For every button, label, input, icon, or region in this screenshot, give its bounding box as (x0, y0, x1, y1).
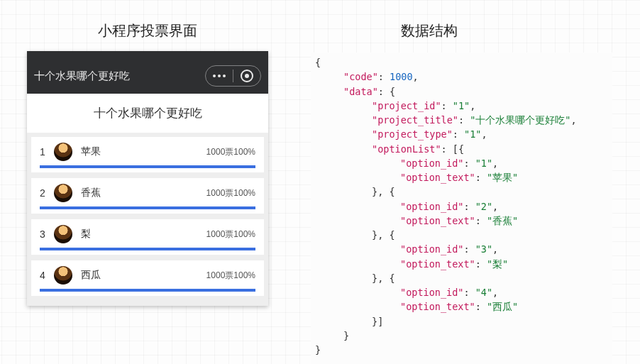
code-line: "option_id": "4", (315, 285, 608, 299)
poll-option[interactable]: 2香蕉1000票100% (31, 178, 264, 214)
avatar (54, 225, 72, 243)
option-rank: 3 (40, 228, 45, 240)
progress-bar (40, 165, 255, 168)
progress-bar (40, 289, 255, 292)
progress-bar (40, 248, 255, 250)
code-line: }] (315, 314, 608, 329)
code-line: "option_text": "苹果" (315, 170, 608, 184)
code-line: "project_title": "十个水果哪个更好吃", (315, 113, 608, 127)
progress-fill (40, 206, 255, 209)
code-line: "option_id": "3", (315, 242, 608, 256)
code-line: "optionList": [{ (315, 142, 608, 156)
page-body: 十个水果哪个更好吃 1苹果1000票100%2香蕉1000票100%3梨1000… (27, 94, 268, 306)
code-line: "option_id": "1", (315, 156, 608, 170)
right-section-title: 数据结构 (387, 21, 472, 40)
poll-option[interactable]: 4西瓜1000票100% (31, 260, 264, 296)
poll-option[interactable]: 3梨1000票100% (31, 219, 264, 255)
option-votes: 1000票100% (206, 228, 255, 241)
left-section-title: 小程序投票界面 (77, 21, 219, 40)
code-line: "project_type": "1", (315, 127, 608, 141)
miniprogram-mock: 十个水果哪个更好吃 十个水果哪个更好吃 1苹果1000票100%2香蕉1000票… (27, 51, 268, 306)
progress-fill (40, 248, 255, 250)
progress-fill (40, 165, 255, 168)
option-rank: 1 (40, 146, 45, 158)
navbar-title: 十个水果哪个更好吃 (34, 70, 130, 83)
code-line: }, { (315, 228, 608, 242)
code-line: "code": 1000, (315, 70, 608, 84)
progress-fill (40, 289, 255, 292)
code-line: "option_id": "2", (315, 199, 608, 214)
more-icon[interactable] (213, 75, 226, 77)
code-line: "option_text": "香蕉" (315, 214, 608, 228)
avatar (54, 266, 72, 285)
option-name: 苹果 (81, 145, 198, 158)
code-line: "project_id": "1", (315, 99, 608, 113)
option-name: 香蕉 (81, 187, 198, 199)
poll-option[interactable]: 1苹果1000票100% (31, 137, 264, 172)
option-votes: 1000票100% (206, 187, 255, 199)
option-name: 西瓜 (81, 269, 198, 282)
code-line: }, { (315, 271, 608, 285)
status-bar (27, 51, 268, 58)
code-line: "option_text": "梨" (315, 257, 608, 271)
code-line: "data": { (315, 84, 608, 99)
poll-title: 十个水果哪个更好吃 (27, 94, 268, 133)
avatar (54, 184, 72, 202)
poll-option-list: 1苹果1000票100%2香蕉1000票100%3梨1000票100%4西瓜10… (27, 133, 268, 299)
code-line: }, { (315, 184, 608, 199)
progress-bar (40, 206, 255, 209)
option-rank: 4 (40, 270, 45, 281)
code-line: { (315, 55, 608, 70)
close-target-icon[interactable] (241, 70, 253, 82)
avatar (54, 143, 72, 161)
capsule-separator (233, 70, 233, 82)
code-line: } (315, 343, 608, 357)
capsule-buttons[interactable] (205, 65, 261, 87)
option-rank: 2 (40, 187, 45, 199)
option-name: 梨 (81, 228, 198, 241)
code-line: "option_text": "西瓜" (315, 299, 608, 314)
code-line: } (315, 329, 608, 343)
navbar: 十个水果哪个更好吃 (27, 58, 268, 94)
option-votes: 1000票100% (206, 270, 255, 282)
json-code-block: {"code": 1000,"data": {"project_id": "1"… (311, 53, 612, 364)
option-votes: 1000票100% (206, 146, 255, 158)
